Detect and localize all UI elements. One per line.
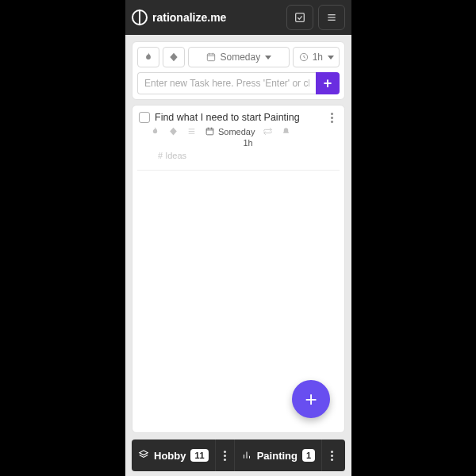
checkbox-icon <box>294 11 306 24</box>
checklist-button[interactable] <box>286 5 313 30</box>
flame-icon <box>143 52 154 63</box>
tasks-card: Find what I need to start Painting Somed… <box>132 105 345 433</box>
hamburger-button[interactable] <box>318 5 345 30</box>
hamburger-icon <box>325 11 338 24</box>
tab-painting[interactable]: Painting 1 <box>235 440 322 471</box>
new-task-input[interactable] <box>137 72 316 94</box>
layers-icon <box>138 449 149 463</box>
clock-icon <box>298 52 309 63</box>
diamond-icon <box>168 126 178 136</box>
calendar-icon <box>205 52 217 63</box>
brand-name: rationalize.me <box>152 11 226 24</box>
tab-hobby[interactable]: Hobby 11 <box>132 440 216 471</box>
tab-label: Painting <box>257 450 298 462</box>
task-duration-label: 1h <box>243 138 252 148</box>
bars-icon <box>241 449 252 463</box>
svg-marker-20 <box>140 450 148 455</box>
svg-rect-12 <box>206 129 213 135</box>
flame-icon <box>150 126 160 136</box>
task-tags-placeholder[interactable]: # Ideas <box>139 148 338 163</box>
chevron-down-icon <box>328 56 334 60</box>
svg-rect-0 <box>296 13 305 22</box>
topbar: rationalize.me <box>125 0 351 35</box>
tab-painting-more[interactable] <box>322 440 341 471</box>
duration-filter-label: 1h <box>313 52 323 63</box>
tab-label: Hobby <box>154 450 186 462</box>
priority-filter[interactable] <box>137 47 159 67</box>
date-filter[interactable]: Someday <box>188 47 290 67</box>
diamond-icon <box>168 52 179 63</box>
tab-hobby-more[interactable] <box>216 440 235 471</box>
calendar-icon <box>205 126 215 136</box>
bell-icon <box>281 126 291 136</box>
task-row[interactable]: Find what I need to start Painting Somed… <box>132 106 344 168</box>
tab-count-badge: 1 <box>302 449 315 462</box>
repeat-icon <box>263 126 273 136</box>
brand: rationalize.me <box>132 10 226 25</box>
duration-filter[interactable]: 1h <box>293 47 340 67</box>
brand-logo-icon <box>132 10 148 25</box>
task-checkbox[interactable] <box>139 112 150 123</box>
divider <box>137 170 340 171</box>
task-title: Find what I need to start Painting <box>155 112 321 123</box>
date-filter-label: Someday <box>220 52 260 63</box>
task-more-button[interactable] <box>325 113 338 123</box>
tab-count-badge: 11 <box>190 449 208 462</box>
bottom-tabs: Hobby 11 Painting 1 <box>132 440 345 471</box>
task-date-label: Someday <box>218 127 255 136</box>
list-icon <box>186 126 197 136</box>
urgency-filter[interactable] <box>163 47 185 67</box>
svg-rect-4 <box>208 54 215 61</box>
fab-add-button[interactable]: + <box>292 380 330 418</box>
add-task-button[interactable]: + <box>316 72 340 94</box>
chevron-down-icon <box>265 56 271 60</box>
new-task-card: Someday 1h + <box>132 41 345 100</box>
